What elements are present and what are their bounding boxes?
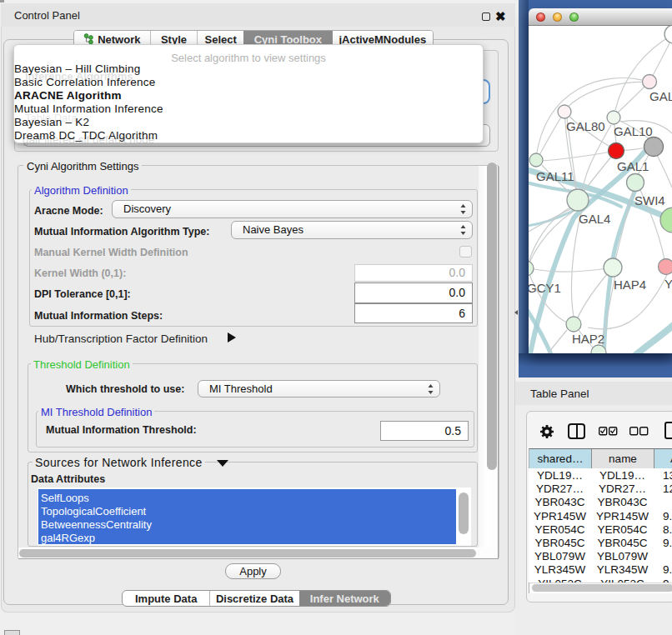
svg-text:GAL4: GAL4: [579, 212, 610, 226]
svg-text:Y: Y: [664, 277, 672, 291]
svg-text:HAP4: HAP4: [614, 278, 646, 292]
svg-text:GAL1: GAL1: [617, 159, 649, 173]
svg-text:GAL11: GAL11: [536, 169, 574, 183]
svg-text:GAL80: GAL80: [566, 119, 605, 133]
svg-text:HAP2: HAP2: [572, 332, 604, 346]
svg-text:GAL10: GAL10: [614, 124, 653, 138]
svg-text:GCY1: GCY1: [529, 281, 561, 295]
svg-text:SWI4: SWI4: [634, 193, 665, 208]
svg-text:GAL7: GAL7: [649, 89, 672, 103]
